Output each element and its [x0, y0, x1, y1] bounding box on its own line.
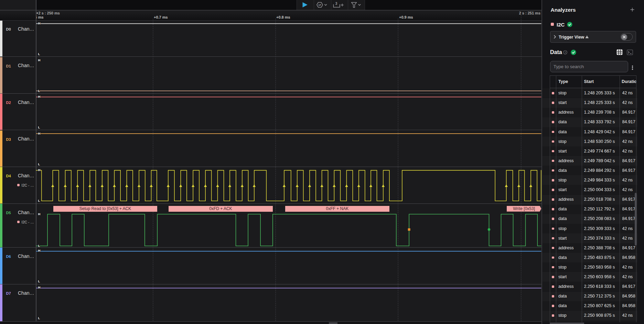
- svg-text:?: ?: [565, 51, 566, 54]
